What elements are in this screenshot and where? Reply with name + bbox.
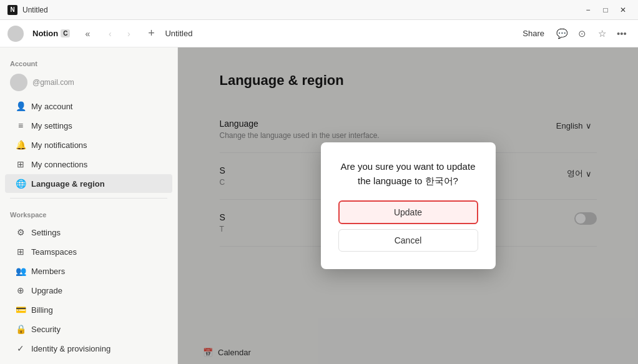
more-options-button[interactable]: ••• [613, 25, 631, 42]
maximize-button[interactable]: □ [598, 2, 613, 17]
teamspaces-icon: ⊞ [15, 246, 26, 257]
back-icon: ‹ [109, 29, 112, 39]
sidebar-item-label: My settings [31, 121, 72, 130]
close-button[interactable]: ✕ [616, 2, 631, 17]
sidebar-item-label: Language & region [31, 179, 105, 189]
title-bar: N Untitled − □ ✕ [0, 0, 638, 20]
forward-button[interactable]: › [120, 25, 137, 42]
account-section-label: Account [0, 52, 177, 71]
update-button[interactable]: Update [338, 200, 478, 224]
identity-icon: ✓ [15, 343, 26, 354]
title-bar-left: N Untitled [7, 5, 48, 15]
sidebar-item-label: Members [31, 267, 65, 276]
user-avatar [10, 74, 27, 91]
top-bar: Notion C « ‹ › + Untitled Share 💬 ⊙ [0, 20, 638, 47]
sidebar-item-my-account[interactable]: 👤 My account [5, 97, 172, 116]
user-email: @gmail.com [32, 78, 74, 87]
upgrade-icon: ⊕ [15, 285, 26, 296]
more-icon: ••• [617, 28, 627, 39]
app-window: Notion C « ‹ › + Untitled Share 💬 ⊙ [0, 20, 638, 364]
collapse-sidebar-button[interactable]: « [79, 25, 96, 42]
user-info: @gmail.com [0, 71, 177, 96]
sidebar-item-upgrade[interactable]: ⊕ Upgrade [5, 281, 172, 300]
main-content: Account @gmail.com 👤 My account ≡ My set… [0, 47, 638, 364]
sidebar-item-my-notifications[interactable]: 🔔 My notifications [5, 135, 172, 154]
page-title: Untitled [165, 29, 511, 38]
language-icon: 🌐 [15, 178, 26, 189]
sidebar-item-settings[interactable]: ⚙ Settings [5, 223, 172, 242]
window-controls: − □ ✕ [581, 2, 631, 17]
new-page-button[interactable]: + [142, 25, 160, 42]
sidebar-divider [10, 198, 167, 199]
sidebar-item-label: Identity & provisioning [31, 344, 110, 353]
confirmation-dialog: Are you sure you want to update the lang… [321, 142, 496, 269]
settings-icon: ≡ [15, 120, 26, 131]
history-button[interactable]: ⊙ [573, 25, 591, 42]
sidebar-item-label: My connections [31, 160, 87, 169]
sidebar-item-security[interactable]: 🔒 Security [5, 320, 172, 338]
security-icon: 🔒 [15, 323, 26, 335]
modal-overlay: Are you sure you want to update the lang… [178, 47, 638, 364]
sidebar-item-label: Security [31, 325, 61, 334]
workspace-badge: C [61, 29, 70, 37]
sidebar-item-my-connections[interactable]: ⊞ My connections [5, 155, 172, 174]
history-icon: ⊙ [578, 28, 586, 39]
notifications-icon: 🔔 [15, 139, 26, 150]
workspace-selector[interactable]: Notion C [29, 26, 74, 41]
sidebar: Account @gmail.com 👤 My account ≡ My set… [0, 47, 178, 364]
workspace-section-label: Workspace [0, 204, 177, 222]
favorite-icon: ☆ [598, 28, 606, 39]
sidebar-item-label: Billing [31, 305, 53, 315]
window-title: Untitled [22, 6, 48, 14]
sidebar-item-label: Settings [31, 228, 61, 237]
sidebar-item-language-region[interactable]: 🌐 Language & region [5, 174, 172, 193]
dialog-message: Are you sure you want to update the lang… [338, 160, 478, 188]
sidebar-item-billing[interactable]: 💳 Billing [5, 300, 172, 319]
avatar [7, 26, 24, 42]
app-icon-text: N [10, 6, 14, 13]
top-bar-right: Share 💬 ⊙ ☆ ••• [516, 25, 631, 42]
gear-icon: ⚙ [15, 227, 26, 238]
minimize-button[interactable]: − [581, 2, 596, 17]
sidebar-item-label: Upgrade [31, 286, 62, 295]
app-icon: N [7, 5, 17, 15]
navigation-arrows: ‹ › [101, 25, 137, 42]
comment-icon: 💬 [556, 28, 568, 39]
back-button[interactable]: ‹ [101, 25, 119, 42]
sidebar-item-members[interactable]: 👥 Members [5, 262, 172, 280]
share-button[interactable]: Share [516, 26, 551, 41]
connections-icon: ⊞ [15, 159, 26, 170]
billing-icon: 💳 [15, 304, 26, 315]
sidebar-item-label: My notifications [31, 140, 87, 150]
workspace-name: Notion [32, 29, 58, 38]
members-icon: 👥 [15, 265, 26, 277]
sidebar-item-my-settings[interactable]: ≡ My settings [5, 116, 172, 135]
sidebar-item-label: My account [31, 102, 72, 111]
comment-button[interactable]: 💬 [553, 25, 571, 42]
sidebar-item-label: Teamspaces [31, 247, 77, 257]
sidebar-item-teamspaces[interactable]: ⊞ Teamspaces [5, 242, 172, 261]
settings-content: Language & region Language Change the la… [178, 47, 638, 364]
collapse-icon: « [85, 29, 90, 39]
account-icon: 👤 [15, 101, 26, 112]
new-page-icon: + [148, 27, 155, 40]
cancel-button[interactable]: Cancel [338, 229, 478, 252]
forward-icon: › [127, 29, 130, 39]
favorite-button[interactable]: ☆ [593, 25, 611, 42]
sidebar-item-identity-provisioning[interactable]: ✓ Identity & provisioning [5, 339, 172, 358]
